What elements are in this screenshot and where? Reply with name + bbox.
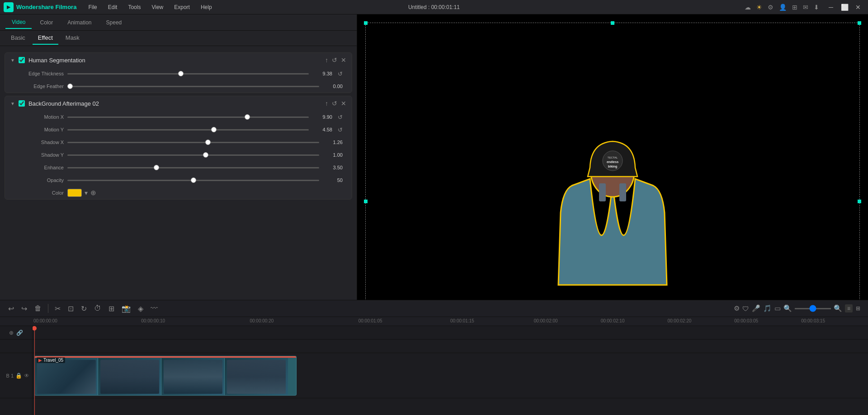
menu-file[interactable]: File <box>84 2 101 12</box>
grid-view-button[interactable]: ⊞ <box>854 304 863 312</box>
effect-reset-icon-1[interactable]: ↺ <box>332 56 337 64</box>
color-swatch[interactable] <box>67 189 82 197</box>
menu-view[interactable]: View <box>147 2 168 12</box>
thumb-img-2 <box>100 360 159 394</box>
tab-speed[interactable]: Speed <box>100 17 128 28</box>
handle-tr[interactable] <box>858 21 861 25</box>
motion-y-slider[interactable] <box>67 129 309 131</box>
eye-icon[interactable]: 👁 <box>24 373 29 379</box>
edge-feather-value: 0.00 <box>323 84 343 89</box>
settings-tool-icon[interactable]: ⚙ <box>734 304 740 312</box>
param-label-edge-feather: Edge Feather <box>23 84 64 89</box>
maximize-button[interactable]: ⬜ <box>838 2 851 13</box>
lock-icon[interactable]: 🔒 <box>15 373 22 379</box>
motion-x-slider[interactable] <box>67 117 309 118</box>
edge-thickness-slider[interactable] <box>67 73 309 75</box>
menu-edit[interactable]: Edit <box>104 2 122 12</box>
effect-reset-icon-2[interactable]: ↺ <box>332 100 337 107</box>
snapshot-tool-button[interactable]: 📸 <box>119 303 133 315</box>
zoom-in-icon[interactable]: 🔍 <box>834 304 842 312</box>
tab-video[interactable]: Video <box>5 16 32 29</box>
list-view-button[interactable]: ≡ <box>845 304 853 312</box>
person-preview-svg: TECTAL endless biking <box>527 113 698 289</box>
motion-x-reset-icon[interactable]: ↺ <box>338 114 343 121</box>
effect-close-icon-1[interactable]: ✕ <box>341 56 346 64</box>
edge-feather-slider[interactable] <box>67 86 319 87</box>
eyedropper-icon[interactable]: ⊕ <box>90 189 96 197</box>
effect-up-icon-2[interactable]: ↑ <box>325 100 328 107</box>
speed-button[interactable]: ⏱ <box>91 303 104 314</box>
param-row-color: Color ▾ ⊕ <box>5 187 352 199</box>
mic-icon[interactable]: 🎤 <box>752 304 760 312</box>
video-clip[interactable]: ▶ Travel_05 <box>34 356 297 396</box>
tab-color[interactable]: Color <box>33 17 59 28</box>
ruler-t9: 00:00:03:15 <box>801 318 825 323</box>
minimize-button[interactable]: ─ <box>825 2 837 13</box>
crop-button[interactable]: ⊡ <box>65 303 76 315</box>
delete-button[interactable]: 🗑 <box>32 303 44 314</box>
mail-icon[interactable]: ✉ <box>803 4 808 11</box>
thumb-4 <box>225 358 288 395</box>
shadow-y-slider[interactable] <box>67 154 319 156</box>
protect-icon[interactable]: 🛡 <box>742 305 749 312</box>
layer-button[interactable]: ◈ <box>135 303 146 315</box>
menu-help[interactable]: Help <box>196 2 217 12</box>
grid-icon[interactable]: ⊞ <box>792 4 797 11</box>
add-track-icon[interactable]: ⊕ <box>9 330 14 336</box>
effect-checkbox-2[interactable] <box>19 100 25 107</box>
empty-track-label <box>0 340 32 353</box>
handle-tl[interactable] <box>364 21 368 25</box>
sun-icon[interactable]: ☀ <box>756 4 762 11</box>
settings-icon[interactable]: ⚙ <box>768 4 774 11</box>
tab-animation[interactable]: Animation <box>61 17 98 28</box>
handle-ml[interactable] <box>364 200 368 203</box>
expand-icon-2[interactable]: ▼ <box>10 101 15 106</box>
audio-button[interactable]: 〰 <box>148 303 160 314</box>
shadow-x-slider[interactable] <box>67 142 319 143</box>
subtitle-icon[interactable]: ▭ <box>774 304 781 312</box>
param-row-motion-x: Motion X 9.90 ↺ <box>5 111 352 123</box>
menu-export[interactable]: Export <box>170 2 194 12</box>
zoom-slider[interactable] <box>795 308 831 309</box>
enhance-slider[interactable] <box>67 167 319 168</box>
undo-button[interactable]: ↩ <box>5 303 17 315</box>
cloud-icon[interactable]: ☁ <box>745 4 751 11</box>
motion-y-reset-icon[interactable]: ↺ <box>338 126 343 133</box>
zoom-out-icon[interactable]: 🔍 <box>783 304 792 312</box>
cut-button[interactable]: ✂ <box>52 303 63 315</box>
param-row-motion-y: Motion Y 4.58 ↺ <box>5 123 352 136</box>
redo-button[interactable]: ↪ <box>19 303 30 315</box>
effect-up-icon-1[interactable]: ↑ <box>325 56 328 64</box>
sub-tab-mask[interactable]: Mask <box>60 32 85 45</box>
shadow-x-value: 1.26 <box>323 140 343 145</box>
menu-tools[interactable]: Tools <box>123 2 145 12</box>
user-icon[interactable]: 👤 <box>779 4 787 11</box>
app-name: Wondershare Filmora <box>16 4 76 10</box>
opacity-slider[interactable] <box>67 180 319 181</box>
sub-tab-effect[interactable]: Effect <box>33 32 58 45</box>
param-row-opacity: Opacity 50 <box>5 174 352 187</box>
expand-icon-1[interactable]: ▼ <box>10 58 15 63</box>
link-icon[interactable]: 🔗 <box>16 330 23 336</box>
param-slider-wrap-en <box>67 163 319 172</box>
handle-mr[interactable] <box>858 200 861 203</box>
handle-tm[interactable] <box>611 21 614 25</box>
motion-x-value: 9.90 <box>312 114 332 120</box>
rotate-button[interactable]: ↻ <box>78 303 90 315</box>
color-dropdown-icon[interactable]: ▾ <box>85 189 88 196</box>
toolbar-right: ⚙ 🛡 🎤 🎵 ▭ 🔍 🔍 ≡ ⊞ <box>734 304 863 312</box>
sub-tab-bar: Basic Effect Mask <box>0 31 357 46</box>
music-icon[interactable]: 🎵 <box>763 304 772 312</box>
close-button[interactable]: ✕ <box>852 2 864 13</box>
sub-tab-basic[interactable]: Basic <box>5 32 31 45</box>
effect-checkbox-1[interactable] <box>19 57 25 63</box>
ruler-t3: 00:00:01:05 <box>359 318 382 323</box>
track-label-b1: B 1 🔒 👁 <box>0 353 32 398</box>
download-icon[interactable]: ⬇ <box>814 4 819 11</box>
fit-button[interactable]: ⊞ <box>106 303 117 315</box>
thumb-1 <box>35 358 98 395</box>
edge-thickness-reset-icon[interactable]: ↺ <box>338 70 343 77</box>
effect-close-icon-2[interactable]: ✕ <box>341 100 346 107</box>
param-slider-wrap-et <box>67 70 309 78</box>
ruler-t8: 00:00:03:05 <box>734 318 758 323</box>
